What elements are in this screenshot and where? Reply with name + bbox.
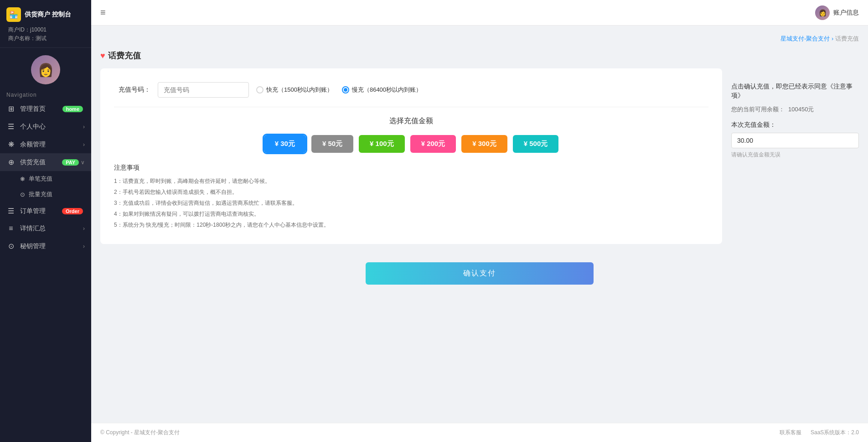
sidebar-item-recharge[interactable]: ⊕ 供货充值 PAY ∨ — [0, 153, 91, 171]
topbar: ≡ 👩 账户信息 — [91, 0, 868, 26]
footer-right: 联系客服 SaaS系统版本：2.0 — [780, 429, 859, 437]
chevron-down-icon: ∨ — [81, 159, 85, 166]
footer-contact[interactable]: 联系客服 — [780, 429, 801, 437]
note-item: 3：充值成功后，详情会收到运营商短信，如遇运营商系统忙，请联系客服。 — [114, 198, 708, 208]
amount-input[interactable] — [731, 133, 859, 148]
divider-1 — [114, 107, 708, 107]
slow-radio[interactable] — [342, 86, 349, 94]
main-area: 充值号码： 快充（1500秒以内到账） 慢充（86400秒以内到账） — [100, 68, 859, 253]
sidebar-item-keys[interactable]: ⊙ 秘钥管理 › — [0, 237, 91, 255]
key-icon: ⊙ — [6, 242, 16, 250]
amount-btn-100[interactable]: ¥ 100元 — [359, 135, 405, 153]
chevron-right-icon-4: › — [83, 243, 85, 250]
brand-title: 供货商户 控制台 — [25, 10, 71, 19]
amount-btn-200[interactable]: ¥ 200元 — [410, 135, 456, 153]
amount-label: 本次充值金额： — [731, 121, 859, 129]
menu-toggle-icon[interactable]: ≡ — [100, 7, 106, 18]
single-recharge-icon: ❋ — [20, 176, 25, 182]
sidebar-item-label-recharge: 供货充值 — [20, 158, 62, 166]
orders-icon: ☰ — [6, 207, 16, 215]
confirm-pay-button[interactable]: 确认支付 — [366, 262, 594, 285]
chevron-right-icon-2: › — [83, 141, 85, 148]
phone-input[interactable] — [158, 82, 249, 98]
pay-badge: PAY — [62, 159, 79, 166]
topbar-right: 👩 账户信息 — [815, 5, 859, 20]
speed-radio-group: 快充（1500秒以内到账） 慢充（86400秒以内到账） — [256, 86, 422, 94]
home-badge: home — [62, 106, 83, 112]
sidebar-item-home[interactable]: ⊞ 管理首页 home — [0, 100, 91, 118]
amount-title: 选择充值金额 — [114, 116, 708, 126]
brand: 🏪 供货商户 控制台 — [6, 7, 85, 22]
merchant-name: 商户名称：测试 — [8, 34, 85, 43]
sidebar-item-label-profile: 个人中心 — [20, 123, 83, 131]
sidebar-header: 🏪 供货商户 控制台 商户ID：j10001 商户名称：测试 — [0, 0, 91, 48]
fast-option[interactable]: 快充（1500秒以内到账） — [256, 86, 333, 94]
sidebar-item-label-batch: 批量充值 — [29, 190, 52, 198]
footer-copyright: © Copyright - 星城支付-聚合支付 — [100, 429, 180, 437]
right-info: 点击确认充值，即您已经表示同意《注意事项》 您的当前可用余额： 100450元 … — [731, 68, 859, 159]
notes-title: 注意事项 — [114, 164, 708, 172]
heart-icon: ♥ — [100, 51, 105, 61]
right-panel: 点击确认充值，即您已经表示同意《注意事项》 您的当前可用余额： 100450元 … — [731, 68, 859, 253]
user-avatar: 👩 — [815, 5, 830, 20]
phone-label: 充值号码： — [114, 86, 150, 94]
merchant-info: 商户ID：j10001 商户名称：测试 — [6, 26, 85, 43]
page-title: ♥ 话费充值 — [100, 50, 859, 61]
page-title-text: 话费充值 — [108, 50, 141, 61]
amount-btn-50[interactable]: ¥ 50元 — [311, 135, 353, 153]
amount-btn-300[interactable]: ¥ 300元 — [461, 135, 507, 153]
home-icon: ⊞ — [6, 104, 16, 113]
sidebar-item-label-details: 详情汇总 — [20, 224, 83, 233]
balance-icon: ❋ — [6, 140, 16, 149]
main-content: ≡ 👩 账户信息 星城支付-聚合支付 › 话费充值 ♥ 话费充值 — [91, 0, 868, 442]
sidebar-item-label-home: 管理首页 — [20, 105, 62, 113]
sidebar-item-profile[interactable]: ☰ 个人中心 › — [0, 118, 91, 135]
topbar-left: ≡ — [100, 7, 106, 18]
slow-option-label: 慢充（86400秒以内到账） — [352, 86, 422, 94]
profile-icon: ☰ — [6, 122, 16, 131]
order-badge: Order — [62, 208, 83, 214]
chevron-right-icon-3: › — [83, 225, 85, 232]
amount-error-hint: 请确认充值金额无误 — [731, 151, 859, 159]
confirm-hint: 点击确认充值，即您已经表示同意《注意事项》 — [731, 82, 859, 100]
amount-buttons: ¥ 30元 ¥ 50元 ¥ 100元 ¥ 200元 ¥ 300元 ¥ 500元 — [114, 135, 708, 153]
breadcrumb-separator: › — [832, 35, 835, 42]
balance-row: 您的当前可用余额： 100450元 — [731, 105, 859, 114]
note-item: 4：如果对到账情况有疑问，可以拨打运营商电话查询核实。 — [114, 208, 708, 219]
user-name: 账户信息 — [833, 9, 859, 17]
sidebar-item-details[interactable]: ≡ 详情汇总 › — [0, 220, 91, 237]
footer: © Copyright - 星城支付-聚合支付 联系客服 SaaS系统版本：2.… — [91, 423, 868, 442]
page-body: 星城支付-聚合支付 › 话费充值 ♥ 话费充值 充值号码： — [91, 26, 868, 423]
footer-version: SaaS系统版本：2.0 — [811, 429, 859, 437]
sidebar-item-label-keys: 秘钥管理 — [20, 242, 83, 250]
confirm-area: 确认支付 — [100, 253, 859, 294]
note-item: 1：话费直充，即时到账，高峰期会有些许延时，请您耐心等候。 — [114, 176, 708, 187]
merchant-id: 商户ID：j10001 — [8, 26, 85, 34]
breadcrumb-item-2: 话费充值 — [835, 35, 859, 42]
avatar-container: 👩 — [0, 48, 91, 88]
note-item: 5：系统分为 快充/慢充；时间限：120秒-1800秒之内，请您在个人中心基本信… — [114, 219, 708, 230]
amount-btn-30[interactable]: ¥ 30元 — [264, 135, 306, 153]
chevron-right-icon: › — [83, 124, 85, 130]
sidebar-item-single-recharge[interactable]: ❋ 单笔充值 — [0, 171, 91, 187]
amount-btn-500[interactable]: ¥ 500元 — [513, 135, 559, 153]
notes-section: 注意事项 1：话费直充，即时到账，高峰期会有些许延时，请您耐心等候。 2：手机号… — [114, 164, 708, 230]
slow-option[interactable]: 慢充（86400秒以内到账） — [342, 86, 422, 94]
sidebar-item-orders[interactable]: ☰ 订单管理 Order — [0, 202, 91, 220]
sidebar-item-balance[interactable]: ❋ 余额管理 › — [0, 135, 91, 153]
recharge-icon: ⊕ — [6, 158, 16, 166]
phone-row: 充值号码： 快充（1500秒以内到账） 慢充（86400秒以内到账） — [114, 82, 708, 98]
nav-label: Navigation — [0, 88, 91, 100]
recharge-card: 充值号码： 快充（1500秒以内到账） 慢充（86400秒以内到账） — [100, 68, 722, 244]
fast-option-label: 快充（1500秒以内到账） — [266, 86, 333, 94]
sidebar-item-label-single: 单笔充值 — [29, 175, 52, 183]
sidebar: 🏪 供货商户 控制台 商户ID：j10001 商户名称：测试 👩 Navigat… — [0, 0, 91, 442]
left-panel: 充值号码： 快充（1500秒以内到账） 慢充（86400秒以内到账） — [100, 68, 722, 253]
sidebar-item-label-orders: 订单管理 — [20, 207, 62, 215]
breadcrumb-item-1[interactable]: 星城支付-聚合支付 — [780, 35, 830, 42]
details-icon: ≡ — [6, 224, 16, 233]
avatar: 👩 — [31, 55, 60, 84]
note-item: 2：手机号若因您输入错误而造成损失，概不自担。 — [114, 187, 708, 198]
sidebar-item-batch-recharge[interactable]: ⊙ 批量充值 — [0, 187, 91, 202]
fast-radio[interactable] — [256, 86, 264, 94]
